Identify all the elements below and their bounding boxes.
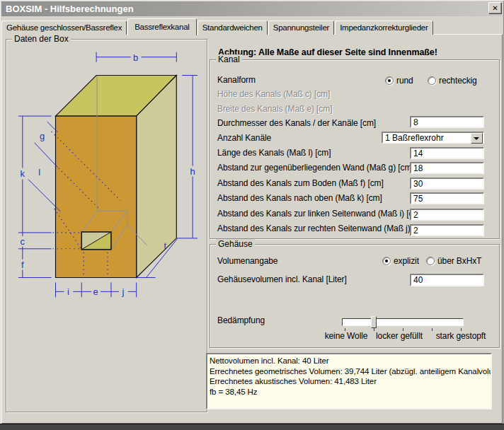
abstand-links-label: Abstand des Kanals zur linken Seitenwand… (217, 209, 423, 219)
laenge-kanal-label: Länge des Kanals (Maß l) [cm] (217, 148, 331, 158)
tab-label: Bassreflexkanal (134, 23, 189, 31)
title-bar[interactable]: BOXSIM - Hilfsberechnungen (1, 1, 503, 16)
kanal-legend: Kanal (216, 54, 242, 64)
result-fb: fb = 38,45 Hz (210, 387, 488, 397)
dim-label-c: c (21, 236, 25, 247)
kanal-group: Kanal Kanalform rund rechteckig Höhe des… (210, 59, 500, 239)
abstand-wand-input[interactable] (410, 162, 484, 174)
volumenangabe-label: Volumenangabe (217, 256, 277, 266)
volumen-explizit-label: explizit (394, 256, 419, 266)
kanalform-label: Kanalform (217, 75, 256, 85)
bedaempfung-slider-thumb[interactable] (371, 316, 377, 328)
close-icon: ✕ (492, 5, 498, 12)
abstand-rechts-label: Abstand des Kanals zur rechten Seitenwan… (217, 223, 428, 233)
volumen-bxhxt-label: über BxHxT (437, 256, 481, 266)
slider-tick (432, 328, 433, 331)
tab-gehaeuse-geschlossen[interactable]: Gehäuse geschlossen/Bassreflex (1, 21, 127, 35)
dialog-window: BOXSIM - Hilfsberechnungen ✕ Gehäuse ges… (0, 0, 504, 430)
slider-label-stark-gestopft: stark gestopft (436, 331, 486, 341)
kanalform-rechteckig-radio[interactable] (428, 76, 436, 85)
anzahl-kanaele-dropdown[interactable]: 1 Baßreflexrohr (382, 132, 484, 144)
dim-label-f: f (21, 260, 24, 270)
result-geometrisches-volumen: Errechnetes geometrisches Volumen: 39,74… (210, 366, 488, 377)
box-diagram: b h k g l c f t i e j (6, 40, 207, 412)
window-title: BOXSIM - Hilfsberechnungen (1, 4, 134, 14)
dim-label-j: j (121, 286, 124, 297)
anzahl-kanaele-value: 1 Baßreflexrohr (385, 133, 444, 143)
breite-kanal-label: Breite des Kanals (Maß e) [cm] (217, 104, 332, 114)
abstand-links-input[interactable] (410, 209, 484, 221)
gehaeuse-legend: Gehäuse (216, 239, 255, 249)
tab-label: Standardweichen (202, 23, 263, 32)
result-nettovolumen: Nettovolumen incl. Kanal: 40 Liter (210, 356, 488, 366)
hoehe-kanal-label: Höhe des Kanals (Maß c) [cm] (217, 89, 330, 99)
abstand-oben-label: Abstand des Kanals nach oben (Maß k) [cm… (217, 193, 382, 203)
box-front-face (56, 116, 137, 277)
volumen-explizit-radio[interactable] (382, 257, 391, 265)
inner-dimensions-notice: Achtung: Alle Maße auf dieser Seite sind… (218, 47, 437, 57)
tab-spannungsteiler[interactable]: Spannungsteiler (268, 21, 334, 35)
kanalform-rund-radio[interactable] (385, 76, 394, 85)
gehaeusevolumen-label: Gehäusevolumen incl. Kanal [Liter] (217, 274, 347, 284)
gehaeusevolumen-input[interactable] (410, 274, 484, 286)
gehaeuse-group: Gehäuse Volumenangabe explizit über BxHx… (210, 244, 500, 348)
tab-strip: Gehäuse geschlossen/Bassreflex Bassrefle… (1, 18, 434, 35)
laenge-kanal-input[interactable] (410, 147, 484, 159)
window-bottom-edge (0, 424, 504, 430)
tab-standardweichen[interactable]: Standardweichen (197, 21, 268, 35)
result-akustisches-volumen: Errechnetes akustisches Volumen: 41,483 … (210, 376, 488, 387)
abstand-wand-label: Abstand zur gegenüberliegenden Wand (Maß… (217, 163, 414, 173)
dim-label-g: g (40, 131, 45, 141)
bedaempfung-label: Bedämpfung (217, 315, 265, 325)
dim-label-i: i (67, 286, 69, 297)
kanalform-rechteckig-label: rechteckig (439, 76, 477, 86)
tab-label: Spannungsteiler (273, 23, 329, 32)
abstand-boden-label: Abstand des Kanals zum Boden (Maß f) [cm… (217, 178, 384, 188)
slider-label-locker-gefuellt: locker gefüllt (376, 331, 423, 341)
tab-impedanzkorrekturglieder[interactable]: Impedanzkorrekturglieder (335, 21, 433, 35)
anzahl-kanaele-label: Anzahl Kanäle (217, 133, 271, 143)
tab-label: Impedanzkorrekturglieder (340, 23, 428, 32)
abstand-rechts-input[interactable] (410, 224, 484, 236)
dim-label-l: l (38, 167, 40, 178)
tab-label: Gehäuse geschlossen/Bassreflex (6, 23, 122, 32)
dim-label-b: b (133, 52, 138, 63)
slider-tick (374, 328, 374, 331)
chevron-down-icon (474, 137, 479, 140)
close-button[interactable]: ✕ (488, 2, 502, 14)
kanalform-rund-label: rund (396, 76, 413, 86)
dim-label-k: k (21, 168, 25, 179)
abstand-boden-input[interactable] (410, 178, 484, 190)
dim-label-t: t (164, 240, 167, 251)
durchmesser-input[interactable] (410, 116, 484, 128)
volumen-bxhxt-radio[interactable] (426, 257, 435, 265)
dim-label-h: h (190, 166, 195, 177)
dropdown-button[interactable] (471, 133, 483, 144)
slider-label-keine-wolle: keine Wolle (325, 331, 368, 341)
results-panel: Nettovolumen incl. Kanal: 40 Liter Errec… (206, 353, 492, 409)
dim-label-e: e (93, 286, 98, 297)
abstand-oben-input[interactable] (410, 192, 484, 204)
bedaempfung-slider-track[interactable] (342, 318, 464, 326)
tab-bassreflexkanal[interactable]: Bassreflexkanal (127, 18, 196, 35)
daten-der-box-legend: Daten der Box (12, 34, 71, 44)
daten-der-box-group: Daten der Box (6, 39, 207, 412)
durchmesser-label: Durchmesser des Kanals / der Kanäle [cm] (217, 118, 376, 128)
